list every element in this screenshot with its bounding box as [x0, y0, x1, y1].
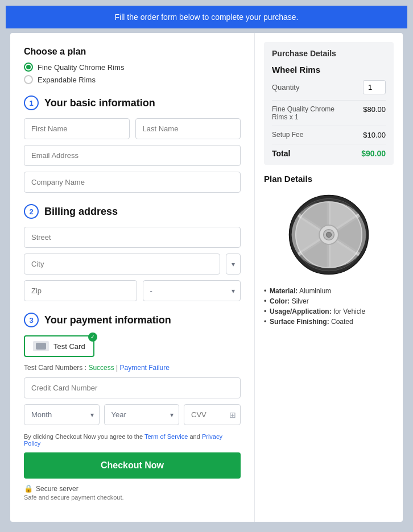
cc-row [24, 377, 241, 398]
plan-label-fine: Fine Quality Chrome Rims [38, 63, 124, 72]
name-row [24, 118, 241, 139]
bullet-usage: Usage/Application: for Vehicle [264, 307, 394, 315]
company-input[interactable] [24, 172, 241, 193]
lock-icon: 🔒 [24, 484, 33, 493]
success-link[interactable]: Success [88, 364, 116, 372]
test-card-prefix: Test Card Numbers : [24, 364, 86, 372]
check-badge: ✓ [88, 332, 97, 342]
item-desc: Fine Quality Chrome Rims x 1 [272, 105, 352, 121]
divider3 [272, 144, 386, 144]
plan-details: Plan Details [264, 174, 394, 326]
email-input[interactable] [24, 145, 241, 166]
plan-label-expandable: Expandable Rims [38, 76, 96, 84]
total-row: Total $90.00 [272, 149, 386, 158]
wheel-svg [286, 192, 371, 277]
country-select-wrapper: Country [226, 253, 241, 275]
top-banner: Fill the order form below to complete yo… [6, 6, 407, 28]
left-panel: Choose a plan Fine Quality Chrome Rims E… [10, 33, 255, 522]
email-row [24, 145, 241, 166]
first-name-input[interactable] [24, 118, 130, 139]
choose-plan-title: Choose a plan [24, 47, 241, 57]
item-price: $80.00 [363, 105, 386, 121]
right-panel: Purchase Details Wheel Rims Quantity Fin… [255, 33, 403, 522]
page-wrapper: Fill the order form below to complete yo… [6, 6, 407, 526]
total-price: $90.00 [361, 149, 386, 158]
secure-server-label: Secure server [36, 485, 79, 493]
setup-fee-line: Setup Fee $10.00 [272, 131, 386, 139]
test-card-label: Test Card [53, 342, 85, 351]
plan-bullets: Material: Aluminium Color: Silver Usage/… [264, 287, 394, 326]
section3-header: 3 Your payment information [24, 313, 241, 327]
month-select[interactable]: Month 010203 040506 070809 101112 [24, 404, 100, 425]
test-card-info: Test Card Numbers : Success | Payment Fa… [24, 364, 241, 372]
city-input[interactable] [24, 253, 220, 275]
wheel-rims-title: Wheel Rims [272, 65, 386, 74]
failure-link[interactable]: Payment Failure [120, 364, 170, 372]
state-select[interactable]: - [143, 280, 241, 301]
year-select[interactable]: Year 202420252026 202720282029 [104, 404, 180, 425]
terms-connector: and [189, 433, 201, 440]
street-input[interactable] [24, 227, 241, 248]
quantity-row: Quantity [272, 80, 386, 94]
svg-point-11 [326, 232, 331, 237]
divider1 [272, 100, 386, 101]
bullet-color: Color: Silver [264, 297, 394, 305]
zip-input[interactable] [24, 280, 137, 301]
city-country-row: Country [24, 253, 241, 275]
item-line: Fine Quality Chrome Rims x 1 $80.00 [272, 105, 386, 121]
section1-header: 1 Your basic information [24, 95, 241, 110]
test-card-button[interactable]: Test Card ✓ [24, 335, 94, 357]
setup-fee-label: Setup Fee [272, 131, 303, 139]
radio-fine[interactable] [24, 63, 33, 72]
section3-number: 3 [24, 313, 39, 327]
cc-number-input[interactable] [24, 377, 241, 398]
divider2 [272, 126, 386, 126]
terms-text: By clicking Checkout Now you agree to th… [24, 433, 241, 447]
purchase-details-title: Purchase Details [272, 49, 386, 58]
plan-details-title: Plan Details [264, 174, 394, 184]
section2-number: 2 [24, 204, 39, 219]
quantity-label: Quantity [272, 83, 299, 92]
section1-number: 1 [24, 95, 39, 110]
cvv-card-icon: ⊞ [229, 410, 236, 419]
state-select-wrapper: - [143, 280, 241, 301]
plan-option-expandable[interactable]: Expandable Rims [24, 75, 241, 84]
terms-prefix: By clicking Checkout Now you agree to th… [24, 433, 144, 440]
setup-fee-price: $10.00 [363, 131, 386, 139]
zip-state-row: - [24, 280, 241, 301]
year-select-wrapper: Year 202420252026 202720282029 [104, 404, 180, 425]
bullet-material: Material: Aluminium [264, 287, 394, 295]
tos-link[interactable]: Term of Service [144, 433, 189, 440]
radio-expandable[interactable] [24, 75, 33, 84]
bullet-surface: Surface Finishing: Coated [264, 318, 394, 326]
purchase-details: Purchase Details Wheel Rims Quantity Fin… [264, 42, 394, 165]
credit-card-icon [33, 341, 49, 351]
wheel-image [264, 189, 394, 280]
company-row [24, 172, 241, 193]
last-name-input[interactable] [135, 118, 241, 139]
month-select-wrapper: Month 010203 040506 070809 101112 [24, 404, 100, 425]
cvv-wrapper: ⊞ [184, 404, 241, 425]
street-row [24, 227, 241, 248]
payment-row: Month 010203 040506 070809 101112 Year 2… [24, 404, 241, 425]
section2-title: Billing address [44, 206, 118, 218]
section2-header: 2 Billing address [24, 204, 241, 219]
country-select[interactable]: Country [226, 253, 241, 275]
quantity-input[interactable] [363, 80, 386, 94]
plan-option-fine[interactable]: Fine Quality Chrome Rims [24, 63, 241, 72]
checkout-button[interactable]: Checkout Now [24, 452, 241, 479]
banner-text: Fill the order form below to complete yo… [115, 13, 299, 22]
main-card: Choose a plan Fine Quality Chrome Rims E… [10, 33, 403, 522]
secure-sub-label: Safe and secure payment checkout. [24, 494, 241, 501]
total-label: Total [272, 149, 290, 158]
section3-title: Your payment information [44, 314, 171, 326]
section1-title: Your basic information [44, 97, 155, 109]
secure-server: 🔒 Secure server [24, 484, 241, 493]
choose-plan: Choose a plan Fine Quality Chrome Rims E… [24, 47, 241, 84]
